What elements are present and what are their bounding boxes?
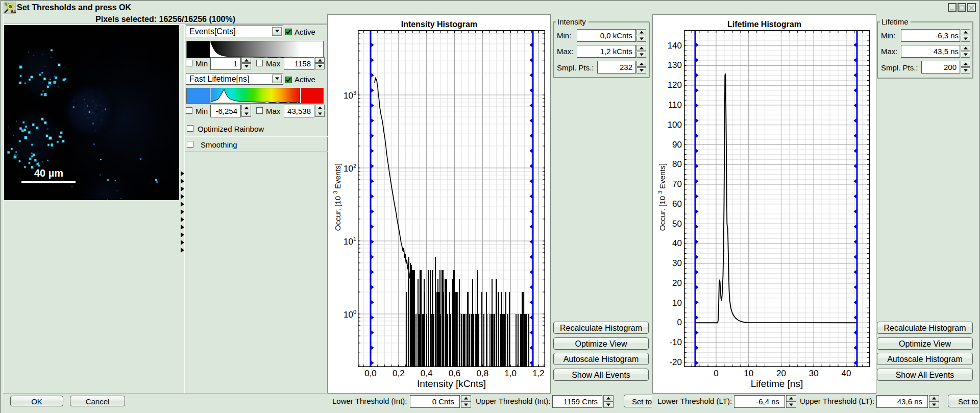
svg-text:64: 64 bbox=[11, 9, 16, 14]
svg-text:40 µm: 40 µm bbox=[34, 167, 63, 179]
